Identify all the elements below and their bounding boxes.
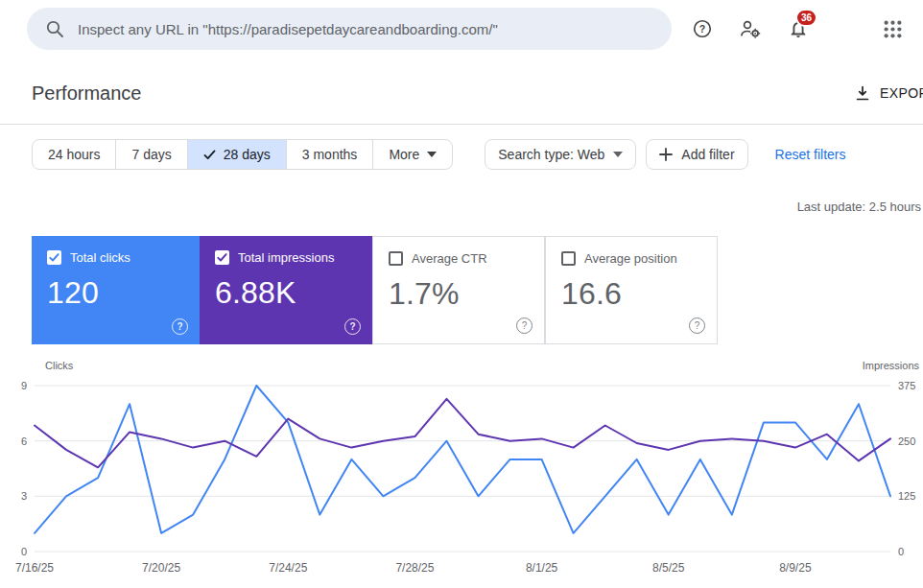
help-icon[interactable]: ? [691,17,714,40]
metric-value: 1.7% [389,276,529,312]
url-inspect-search-input[interactable]: Inspect any URL in "https://paradisepetd… [27,8,672,50]
metric-value: 16.6 [561,276,701,312]
svg-text:8/5/25: 8/5/25 [652,561,685,575]
add-filter-button[interactable]: Add filter [646,139,747,170]
plus-icon [659,148,673,161]
svg-text:9: 9 [21,380,27,391]
download-icon [854,84,871,102]
topbar: Inspect any URL in "https://paradisepetd… [0,0,923,58]
date-range-24-hours[interactable]: 24 hours [33,140,115,169]
svg-text:3: 3 [21,490,27,502]
svg-text:?: ? [699,23,705,35]
svg-text:7/24/25: 7/24/25 [269,561,307,575]
metric-label: Average CTR [412,251,487,266]
svg-text:8/1/25: 8/1/25 [526,561,558,575]
export-label: EXPORT [880,85,923,101]
check-icon [203,150,216,160]
search-type-filter[interactable]: Search type: Web [485,139,636,170]
help-circle-icon[interactable]: ? [172,318,188,335]
apps-grid-icon[interactable] [881,17,904,40]
user-settings-icon[interactable] [739,17,762,40]
svg-text:7/28/25: 7/28/25 [395,561,434,575]
metric-label: Total impressions [238,250,334,265]
topbar-icons: ? 36 [691,17,923,40]
export-button[interactable]: EXPORT [854,84,923,102]
svg-text:0: 0 [21,546,27,557]
svg-text:7/16/25: 7/16/25 [15,561,54,575]
date-range-3-months[interactable]: 3 months [286,140,373,169]
metric-label: Average position [584,251,677,266]
header-divider [0,124,923,125]
chart-axis-titles: Clicks Impressions [45,360,919,371]
date-range-28-days[interactable]: 28 days [187,140,286,169]
svg-text:8/9/25: 8/9/25 [779,561,812,575]
date-range-7-days[interactable]: 7 days [115,140,186,169]
date-range-more[interactable]: More [372,140,452,169]
svg-text:375: 375 [898,380,915,391]
metric-value: 120 [47,275,184,311]
help-circle-icon[interactable]: ? [516,318,532,334]
page-title: Performance [32,82,923,105]
metric-cards: Total clicks 120 ? Total impressions 6.8… [32,236,923,344]
page-header: Performance EXPORT [0,58,923,124]
right-axis-title: Impressions [863,360,919,371]
svg-text:7/20/25: 7/20/25 [142,561,180,575]
filters-row: 24 hours 7 days 28 days 3 months More Se… [32,139,923,170]
total-clicks-card[interactable]: Total clicks 120 ? [32,236,200,344]
search-icon [45,19,64,38]
help-circle-icon[interactable]: ? [344,318,361,335]
notification-badge: 36 [795,9,817,27]
chevron-down-icon [427,152,437,157]
left-axis-title: Clicks [45,360,73,371]
svg-text:0: 0 [898,546,904,557]
total-clicks-checkbox[interactable] [47,250,61,265]
help-circle-icon[interactable]: ? [689,318,705,334]
metric-value: 6.88K [215,275,357,311]
search-console-performance-page: Inspect any URL in "https://paradisepetd… [0,0,923,588]
performance-line-chart: 003125625093757/16/257/20/257/24/257/28/… [0,371,923,585]
date-range-selector: 24 hours 7 days 28 days 3 months More [32,139,453,170]
total-impressions-card[interactable]: Total impressions 6.88K ? [200,236,372,344]
average-position-checkbox[interactable] [561,251,576,266]
chevron-down-icon [613,152,623,157]
average-position-card[interactable]: Average position 16.6 ? [545,236,718,344]
svg-text:125: 125 [898,490,915,502]
search-placeholder-text: Inspect any URL in "https://paradisepetd… [78,21,498,37]
average-ctr-checkbox[interactable] [389,251,403,266]
last-update-status: Last update: 2.5 hours [797,200,921,214]
svg-text:250: 250 [898,435,915,447]
reset-filters-link[interactable]: Reset filters [775,147,846,162]
metric-label: Total clicks [70,250,130,265]
notifications-bell-icon[interactable]: 36 [787,17,810,40]
average-ctr-card[interactable]: Average CTR 1.7% ? [372,236,545,344]
svg-text:6: 6 [21,435,27,447]
total-impressions-checkbox[interactable] [215,250,229,265]
